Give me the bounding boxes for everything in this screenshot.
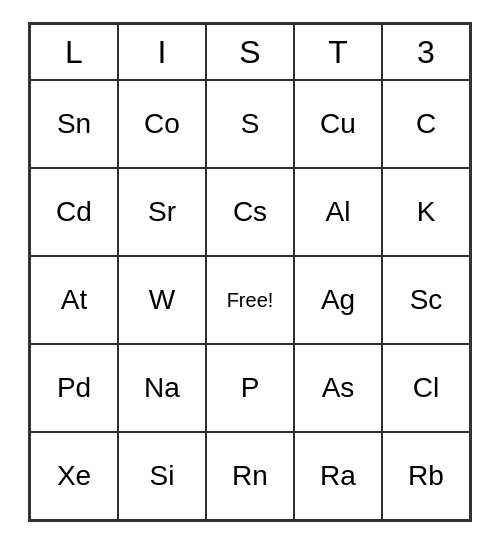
cell-1-3: Al bbox=[294, 168, 382, 256]
cell-1-2: Cs bbox=[206, 168, 294, 256]
cell-0-3: Cu bbox=[294, 80, 382, 168]
cell-4-3: Ra bbox=[294, 432, 382, 520]
cell-3-2: P bbox=[206, 344, 294, 432]
cell-2-1: W bbox=[118, 256, 206, 344]
row-4: Xe Si Rn Ra Rb bbox=[30, 432, 470, 520]
bingo-card: L I S T 3 Sn Co S Cu C Cd Sr Cs Al K At … bbox=[28, 22, 472, 522]
free-space: Free! bbox=[206, 256, 294, 344]
cell-0-1: Co bbox=[118, 80, 206, 168]
cell-0-4: C bbox=[382, 80, 470, 168]
cell-4-0: Xe bbox=[30, 432, 118, 520]
cell-2-4: Sc bbox=[382, 256, 470, 344]
cell-3-4: Cl bbox=[382, 344, 470, 432]
row-2: At W Free! Ag Sc bbox=[30, 256, 470, 344]
cell-0-0: Sn bbox=[30, 80, 118, 168]
cell-2-3: Ag bbox=[294, 256, 382, 344]
row-1: Cd Sr Cs Al K bbox=[30, 168, 470, 256]
row-0: Sn Co S Cu C bbox=[30, 80, 470, 168]
row-3: Pd Na P As Cl bbox=[30, 344, 470, 432]
header-col-3: T bbox=[294, 24, 382, 80]
cell-1-1: Sr bbox=[118, 168, 206, 256]
cell-4-2: Rn bbox=[206, 432, 294, 520]
header-col-2: S bbox=[206, 24, 294, 80]
cell-3-1: Na bbox=[118, 344, 206, 432]
cell-4-1: Si bbox=[118, 432, 206, 520]
header-row: L I S T 3 bbox=[30, 24, 470, 80]
header-col-0: L bbox=[30, 24, 118, 80]
cell-3-0: Pd bbox=[30, 344, 118, 432]
header-col-4: 3 bbox=[382, 24, 470, 80]
cell-1-0: Cd bbox=[30, 168, 118, 256]
cell-0-2: S bbox=[206, 80, 294, 168]
cell-4-4: Rb bbox=[382, 432, 470, 520]
header-col-1: I bbox=[118, 24, 206, 80]
cell-2-0: At bbox=[30, 256, 118, 344]
cell-3-3: As bbox=[294, 344, 382, 432]
cell-1-4: K bbox=[382, 168, 470, 256]
